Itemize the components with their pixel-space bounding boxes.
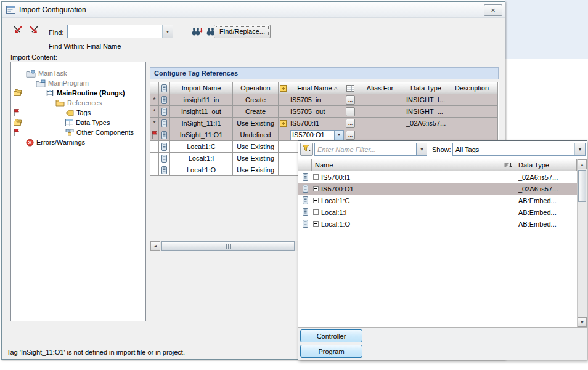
final-name-value: IS5700:I1	[290, 119, 319, 127]
controller-button[interactable]: Controller	[300, 329, 362, 342]
next-item-arrow-icon	[28, 24, 40, 36]
expand-icon[interactable]	[313, 174, 319, 180]
dialog-titlebar[interactable]: Import Configuration ×	[2, 2, 505, 18]
tag-datatype-cell: AB:Embed...	[515, 209, 577, 216]
reference-icon	[280, 85, 287, 92]
tag-browser-row[interactable]: Local:1:IAB:Embed...	[298, 206, 577, 218]
description-cell	[446, 94, 498, 106]
table-row[interactable]: *insight11_inCreateIS5705_in...INSIGHT_I…	[150, 94, 499, 106]
row-state-cell: *	[150, 106, 159, 118]
chevron-down-icon[interactable]: ▼	[574, 143, 585, 155]
device-icon	[161, 143, 167, 151]
reference-icon-cell	[279, 129, 288, 141]
final-name-column-header[interactable]: Final Name △	[288, 82, 345, 94]
tag-browser-row[interactable]: Local:1:OAB:Embed...	[298, 218, 577, 230]
find-input[interactable]	[68, 25, 162, 38]
routine-icon	[46, 89, 54, 97]
tag-browser-row[interactable]: IS5700:I1_02A6:is57...	[298, 171, 577, 183]
operation-cell: Create	[233, 106, 279, 118]
scroll-up-arrow[interactable]: ▲	[578, 159, 587, 169]
show-label: Show:	[432, 146, 451, 153]
tree-item-references[interactable]: References	[55, 98, 102, 108]
table-row[interactable]: InSight_11:O1UndefinedIS5700:O1▼...	[150, 129, 499, 141]
name-column-header[interactable]: Name	[312, 159, 515, 171]
scrollbar-thumb[interactable]	[161, 241, 295, 251]
final-name-value: IS5705_in	[290, 96, 321, 103]
row-state-cell	[150, 129, 159, 141]
tag-name-label: Local:1:I	[321, 209, 347, 216]
tag-name-label: IS5700:I1	[321, 174, 350, 181]
chevron-down-icon[interactable]: ▼	[334, 131, 343, 140]
close-button[interactable]: ×	[484, 4, 502, 16]
final-name-combobox[interactable]: IS5700:O1▼	[290, 130, 344, 140]
tag-name-cell: IS5700:O1	[312, 183, 515, 195]
scrollbar-track[interactable]	[578, 203, 587, 317]
data-type-column-header[interactable]: Data Type	[404, 82, 446, 94]
tag-browser-row[interactable]: Local:1:CAB:Embed...	[298, 195, 577, 206]
tree-item-mainroutine-rungs[interactable]: MainRoutine (Rungs)	[46, 88, 125, 98]
expand-icon[interactable]	[313, 221, 319, 227]
name-column-label: Name	[315, 161, 333, 169]
name-filter-input[interactable]	[314, 143, 417, 156]
program-button[interactable]: Program	[300, 345, 362, 358]
tag-row-gutter	[298, 220, 312, 228]
scrollbar-thumb[interactable]	[578, 170, 586, 202]
expand-icon[interactable]	[313, 198, 319, 203]
grid-icon	[346, 85, 354, 92]
browse-column-header[interactable]	[345, 82, 356, 94]
browse-button[interactable]: ...	[346, 131, 355, 140]
tree-item-maintask[interactable]: MainTask	[26, 68, 67, 78]
scroll-down-arrow[interactable]: ▼	[578, 317, 587, 327]
final-name-cell[interactable]: IS5700:O1▼	[288, 129, 345, 141]
tag-type-cell	[159, 141, 170, 153]
expand-icon[interactable]	[313, 209, 319, 215]
tag-name-cell: Local:1:C	[312, 195, 515, 206]
find-replace-button[interactable]: Find/Replace...	[214, 25, 271, 38]
tag-icon	[65, 110, 74, 116]
reference-icon-cell	[279, 106, 288, 118]
row-state-column-header[interactable]	[150, 82, 159, 94]
browse-button[interactable]: ...	[346, 119, 355, 128]
import-name-column-header[interactable]: Import Name	[170, 82, 233, 94]
tree-item-errors-warnings[interactable]: Errors/Warnings	[26, 137, 85, 147]
prev-item-arrow-button[interactable]	[10, 23, 25, 38]
filter-funnel-button[interactable]	[300, 143, 313, 156]
desktop-background	[505, 0, 588, 59]
device-icon	[303, 185, 308, 193]
tree-item-data-types[interactable]: Data Types	[65, 118, 110, 127]
scroll-left-arrow[interactable]: ◄	[150, 241, 160, 251]
show-combobox[interactable]: All Tags ▼	[452, 143, 586, 156]
tag-name-label: IS5700:O1	[321, 185, 354, 193]
device-icon	[161, 96, 167, 104]
table-row[interactable]: *InSight_11:I1Use ExistingIS5700:I1..._0…	[150, 118, 499, 129]
table-row[interactable]: *insight11_outCreateIS5705_out...INSIGHT…	[150, 106, 499, 118]
description-column-header[interactable]: Description	[446, 82, 498, 94]
tree-item-tags[interactable]: Tags	[65, 108, 91, 118]
vertical-scrollbar[interactable]: ▲ ▼	[577, 159, 587, 327]
expand-icon[interactable]	[313, 186, 319, 191]
configure-tag-references-header: Configure Tag References	[150, 67, 499, 79]
reference-column-header[interactable]	[279, 82, 288, 94]
import-name-cell: insight11_in	[170, 94, 233, 106]
filter-dropdown-button[interactable]: ▼	[417, 143, 427, 156]
tree-item-other-components[interactable]: Other Components	[65, 127, 134, 137]
sort-ascending-icon: △	[334, 86, 338, 91]
alias-for-column-header[interactable]: Alias For	[356, 82, 404, 94]
next-item-arrow-button[interactable]	[27, 23, 41, 38]
tag-type-column-header[interactable]	[159, 82, 170, 94]
import-name-cell: Local:1:I	[170, 153, 233, 164]
tag-browser-row[interactable]: IS5700:O1_02A6:is57...	[298, 183, 577, 195]
find-combobox[interactable]: ▼	[67, 25, 173, 38]
import-name-cell: InSight_11:I1	[170, 118, 233, 129]
chevron-down-icon[interactable]: ▼	[162, 25, 173, 38]
device-icon	[303, 220, 308, 228]
tag-type-cell	[159, 118, 170, 129]
browse-button[interactable]: ...	[346, 107, 355, 116]
operation-column-header[interactable]: Operation	[233, 82, 279, 94]
browse-button[interactable]: ...	[346, 95, 355, 105]
reference-icon-cell	[279, 141, 288, 153]
tree-item-mainprogram[interactable]: MainProgram	[36, 78, 89, 88]
find-next-button[interactable]	[189, 24, 204, 39]
browser-data-type-column-header[interactable]: Data Type	[515, 159, 577, 171]
column-filter-icon[interactable]	[504, 162, 513, 169]
